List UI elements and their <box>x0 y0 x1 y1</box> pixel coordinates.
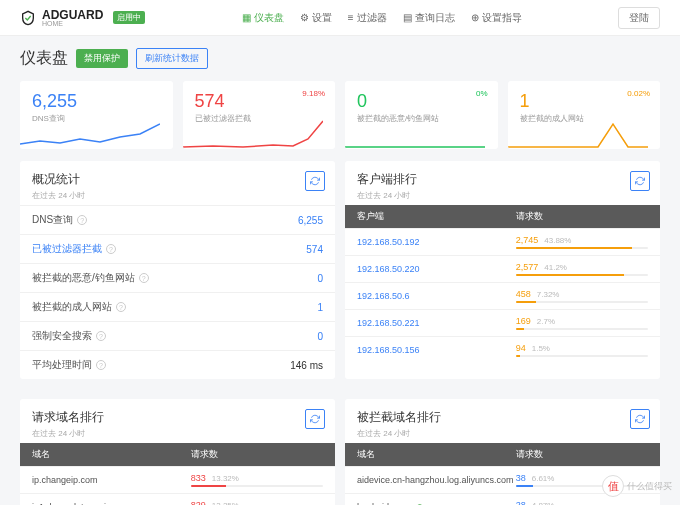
nav-item-1[interactable]: ⚙设置 <box>300 11 332 25</box>
count: 169 <box>516 316 531 326</box>
percent: 6.61% <box>532 474 555 483</box>
nav-item-2[interactable]: ≡过滤器 <box>348 11 387 25</box>
watermark-icon: 值 <box>602 475 624 497</box>
help-icon[interactable]: ? <box>139 273 149 283</box>
stat-row: 平均处理时间 ?146 ms <box>20 350 335 379</box>
count: 829 <box>191 500 206 505</box>
status-tag: 启用中 <box>113 11 145 24</box>
row-value: 2,57741.2% <box>516 262 648 276</box>
help-icon[interactable]: ? <box>106 244 116 254</box>
page-title-row: 仪表盘 禁用保护 刷新统计数据 <box>20 48 660 69</box>
top-header: ADGUARD HOME 启用中 ▦仪表盘⚙设置≡过滤器▤查询日志⊕设置指导 登… <box>0 0 680 36</box>
count: 458 <box>516 289 531 299</box>
card-value: 6,255 <box>32 91 161 112</box>
row-value: 284.87% <box>516 500 648 505</box>
percent: 13.32% <box>212 474 239 483</box>
stat-value: 1 <box>317 302 323 313</box>
row-name[interactable]: 192.168.50.156 <box>357 345 516 355</box>
stat-label: 被拦截的恶意/钓鱼网站 ? <box>32 271 149 285</box>
summary-card: 0被拦截的恶意/钓鱼网站0% <box>345 81 498 149</box>
table-header: 客户端请求数 <box>345 205 660 228</box>
row-value: 941.5% <box>516 343 648 357</box>
clients-panel: 客户端排行 在过去 24 小时 客户端请求数 192.168.50.1922,7… <box>345 161 660 379</box>
row-name[interactable]: 192.168.50.6 <box>357 291 516 301</box>
sparkline <box>345 119 485 149</box>
help-icon[interactable]: ? <box>96 331 106 341</box>
row-name[interactable]: 192.168.50.220 <box>357 264 516 274</box>
stat-value: 0 <box>317 273 323 284</box>
row-value: 83313.32% <box>191 473 323 487</box>
sparkline <box>20 119 160 149</box>
nav-icon: ▤ <box>403 12 412 23</box>
refresh-button[interactable] <box>630 171 650 191</box>
bar <box>516 328 648 330</box>
panel-title: 概况统计 <box>32 171 323 188</box>
table-row: 192.168.50.2211692.7% <box>345 309 660 336</box>
stat-value: 146 ms <box>290 360 323 371</box>
bar <box>516 247 648 249</box>
help-icon[interactable]: ? <box>96 360 106 370</box>
panel-subtitle: 在过去 24 小时 <box>32 428 323 439</box>
table-row: ip.changeip.com83313.32% <box>20 466 335 493</box>
stat-label: DNS查询 ? <box>32 213 87 227</box>
queried-domains-panel: 请求域名排行 在过去 24 小时 域名请求数 ip.changeip.com83… <box>20 399 335 505</box>
row-name: aidevice.cn-hangzhou.log.aliyuncs.com <box>357 475 516 485</box>
nav-item-4[interactable]: ⊕设置指导 <box>471 11 522 25</box>
row-value: 4587.32% <box>516 289 648 303</box>
bar <box>516 355 648 357</box>
summary-card: 6,255DNS查询 <box>20 81 173 149</box>
watermark: 值 什么值得买 <box>602 475 672 497</box>
panel-title: 被拦截域名排行 <box>357 409 648 426</box>
help-icon[interactable]: ? <box>116 302 126 312</box>
card-percent: 0% <box>476 89 488 98</box>
percent: 13.25% <box>212 501 239 506</box>
refresh-stats-button[interactable]: 刷新统计数据 <box>136 48 208 69</box>
dashboard-page: 仪表盘 禁用保护 刷新统计数据 6,255DNS查询574已被过滤器拦截9.18… <box>0 36 680 505</box>
table-row: 192.168.50.1922,74543.88% <box>345 228 660 255</box>
panel-subtitle: 在过去 24 小时 <box>32 190 323 201</box>
row-name[interactable]: 192.168.50.192 <box>357 237 516 247</box>
sparkline <box>183 119 323 149</box>
logo: ADGUARD HOME 启用中 <box>20 8 145 27</box>
summary-cards: 6,255DNS查询574已被过滤器拦截9.18%0被拦截的恶意/钓鱼网站0%1… <box>20 81 660 149</box>
stat-value: 0 <box>317 331 323 342</box>
stat-value: 574 <box>306 244 323 255</box>
row-name[interactable]: 192.168.50.221 <box>357 318 516 328</box>
login-button[interactable]: 登陆 <box>618 7 660 29</box>
stat-value: 6,255 <box>298 215 323 226</box>
sparkline <box>508 119 648 149</box>
summary-card: 1被拦截的成人网站0.02% <box>508 81 661 149</box>
panel-title: 客户端排行 <box>357 171 648 188</box>
nav-label: 仪表盘 <box>254 11 284 25</box>
table-header: 域名请求数 <box>345 443 660 466</box>
stats-panel: 概况统计 在过去 24 小时 DNS查询 ?6,255已被过滤器拦截 ?574被… <box>20 161 335 379</box>
stat-label: 已被过滤器拦截 ? <box>32 242 116 256</box>
nav-label: 设置 <box>312 11 332 25</box>
percent: 4.87% <box>532 501 555 506</box>
count: 833 <box>191 473 206 483</box>
shield-icon <box>20 10 36 26</box>
refresh-button[interactable] <box>305 171 325 191</box>
disable-protection-button[interactable]: 禁用保护 <box>76 49 128 68</box>
refresh-button[interactable] <box>630 409 650 429</box>
stat-row: 被拦截的成人网站 ?1 <box>20 292 335 321</box>
help-icon[interactable]: ? <box>77 215 87 225</box>
percent: 1.5% <box>532 344 550 353</box>
count: 2,577 <box>516 262 539 272</box>
count: 2,745 <box>516 235 539 245</box>
stat-row: DNS查询 ?6,255 <box>20 205 335 234</box>
bar <box>191 485 323 487</box>
stat-row: 被拦截的恶意/钓鱼网站 ?0 <box>20 263 335 292</box>
stat-row: 已被过滤器拦截 ?574 <box>20 234 335 263</box>
nav-item-0[interactable]: ▦仪表盘 <box>242 11 284 25</box>
stat-label: 平均处理时间 ? <box>32 358 106 372</box>
nav-icon: ⊕ <box>471 12 479 23</box>
bar <box>516 301 648 303</box>
percent: 41.2% <box>544 263 567 272</box>
refresh-button[interactable] <box>305 409 325 429</box>
nav-item-3[interactable]: ▤查询日志 <box>403 11 455 25</box>
bar <box>516 274 648 276</box>
panel-subtitle: 在过去 24 小时 <box>357 428 648 439</box>
row-value: 82913.25% <box>191 500 323 505</box>
row-name: ip.changeip.com <box>32 475 191 485</box>
